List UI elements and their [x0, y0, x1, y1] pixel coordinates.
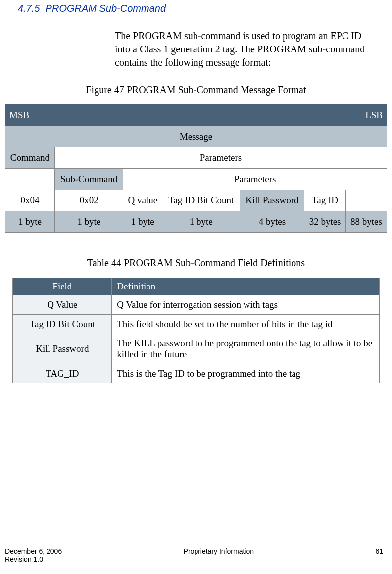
field-def: This field should be set to the number o… [112, 315, 379, 334]
page: 4.7.5 PROGRAM Sub-Command The PROGRAM su… [0, 3, 392, 574]
parameters2-cell: Parameters [123, 169, 387, 190]
size-1: 1 byte [54, 211, 123, 233]
val-5: Tag ID [304, 190, 345, 211]
field-name: Tag ID Bit Count [13, 315, 112, 334]
blank-cell [5, 169, 55, 190]
field-name: Kill Password [13, 334, 112, 364]
val-0: 0x04 [5, 190, 55, 211]
field-name: TAG_ID [13, 364, 112, 383]
field-definitions-table: Field Definition Q Value Q Value for int… [12, 278, 379, 383]
table-row: Tag ID Bit Count This field should be se… [13, 315, 379, 334]
footer-left: December 6, 2006 Revision 1.0 [5, 547, 62, 563]
command-cell: Command [5, 147, 55, 169]
page-footer: December 6, 2006 Revision 1.0 Proprietar… [5, 547, 383, 563]
msb-lsb-row: MSB LSB [5, 105, 387, 126]
field-name: Q Value [13, 295, 112, 315]
table-row: Q Value Q Value for interrogation sessio… [13, 295, 379, 315]
field-def: This is the Tag ID to be programmed into… [112, 364, 379, 383]
table-row: TAG_ID This is the Tag ID to be programm… [13, 364, 379, 383]
field-def: The KILL password to be programmed onto … [112, 334, 379, 364]
size-4: 4 bytes [240, 211, 304, 233]
footer-revision: Revision 1.0 [5, 555, 43, 563]
section-number: 4.7.5 [18, 3, 40, 14]
val-4: Kill Password [240, 190, 304, 211]
footer-center: Proprietary Information [62, 547, 375, 563]
def-header-definition: Definition [112, 278, 379, 295]
val-6 [345, 190, 387, 211]
intro-paragraph: The PROGRAM sub-command is used to progr… [115, 29, 372, 69]
figure-caption: Figure 47 PROGRAM Sub-Command Message Fo… [5, 84, 387, 96]
lsb-label: LSB [240, 105, 387, 126]
message-cell: Message [5, 126, 387, 147]
field-def: Q Value for interrogation session with t… [112, 295, 379, 315]
size-0: 1 byte [5, 211, 55, 233]
size-3: 1 byte [162, 211, 240, 233]
section-title-text: PROGRAM Sub-Command [46, 3, 166, 14]
def-header-field: Field [13, 278, 112, 295]
message-format-table: MSB LSB Message Command Parameters Sub-C… [5, 104, 387, 233]
size-2: 1 byte [123, 211, 162, 233]
section-heading: 4.7.5 PROGRAM Sub-Command [18, 3, 387, 14]
values-row: 0x04 0x02 Q value Tag ID Bit Count Kill … [5, 190, 387, 211]
val-1: 0x02 [54, 190, 123, 211]
message-row: Message [5, 126, 387, 147]
parameters-cell: Parameters [54, 147, 387, 169]
subcommand-row: Sub-Command Parameters [5, 169, 387, 190]
msb-label: MSB [5, 105, 240, 126]
sizes-row: 1 byte 1 byte 1 byte 1 byte 4 bytes 32 b… [5, 211, 387, 233]
sub-command-cell: Sub-Command [54, 169, 123, 190]
val-2: Q value [123, 190, 162, 211]
val-3: Tag ID Bit Count [162, 190, 240, 211]
table-caption: Table 44 PROGRAM Sub-Command Field Defin… [5, 257, 387, 269]
size-5: 32 bytes [304, 211, 345, 233]
footer-date: December 6, 2006 [5, 547, 62, 555]
command-params-row: Command Parameters [5, 147, 387, 169]
table-row: Kill Password The KILL password to be pr… [13, 334, 379, 364]
size-6: 88 bytes [345, 211, 387, 233]
def-header-row: Field Definition [13, 278, 379, 295]
footer-page: 61 [375, 547, 383, 563]
